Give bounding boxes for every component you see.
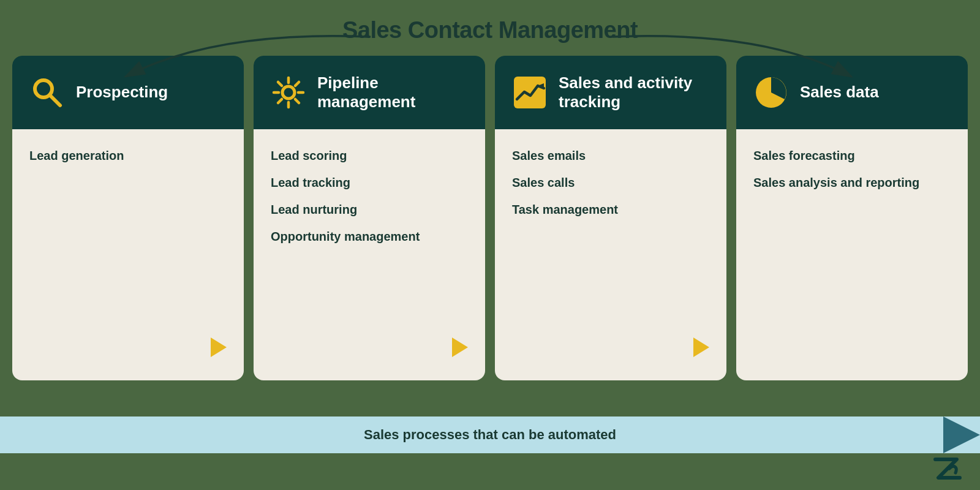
list-item: Lead generation xyxy=(29,148,227,164)
card-body-sales-data: Sales forecasting Sales analysis and rep… xyxy=(736,129,968,380)
main-container: Sales Contact Management xyxy=(0,0,980,490)
card-sales-tracking: Sales and activity tracking Sales emails… xyxy=(495,56,726,380)
pie-icon xyxy=(753,75,789,110)
cards-row: Prospecting Lead generation xyxy=(0,56,980,380)
search-icon xyxy=(29,75,65,110)
list-item: Lead tracking xyxy=(271,175,468,190)
card-title-pipeline: Pipeline management xyxy=(317,74,468,111)
card-pipeline: Pipeline management Lead scoring Lead tr… xyxy=(254,56,485,380)
list-item: Opportunity management xyxy=(271,228,468,244)
list-item: Lead nurturing xyxy=(271,202,468,217)
card-prospecting: Prospecting Lead generation xyxy=(12,56,244,380)
banner-arrow-icon xyxy=(943,417,980,453)
banner-text: Sales processes that can be automated xyxy=(364,427,616,443)
svg-line-9 xyxy=(278,82,282,86)
svg-line-3 xyxy=(50,95,60,105)
svg-point-4 xyxy=(282,86,295,99)
list-item: Sales calls xyxy=(512,175,709,190)
bottom-banner: Sales processes that can be automated xyxy=(0,417,980,453)
card-header-prospecting: Prospecting xyxy=(12,56,244,129)
list-item: Sales forecasting xyxy=(753,148,951,164)
list-item: Task management xyxy=(512,202,709,217)
card-header-sales-tracking: Sales and activity tracking xyxy=(495,56,726,129)
card-title-sales-data: Sales data xyxy=(800,83,879,102)
list-item: Sales emails xyxy=(512,148,709,164)
arrow-indicator-pipeline xyxy=(452,337,468,357)
list-item: Sales analysis and reporting xyxy=(753,175,951,190)
arrow-indicator-prospecting xyxy=(211,337,227,357)
svg-line-12 xyxy=(278,99,282,103)
card-body-prospecting: Lead generation xyxy=(12,129,244,380)
chart-icon xyxy=(512,75,548,110)
card-title-sales-tracking: Sales and activity tracking xyxy=(559,74,709,111)
page-title: Sales Contact Management xyxy=(342,17,638,43)
svg-rect-13 xyxy=(514,77,546,108)
list-item: Lead scoring xyxy=(271,148,468,164)
svg-marker-15 xyxy=(943,417,980,453)
card-body-pipeline: Lead scoring Lead tracking Lead nurturin… xyxy=(254,129,485,380)
title-section: Sales Contact Management xyxy=(0,0,980,50)
svg-line-10 xyxy=(295,99,299,103)
card-sales-data: Sales data Sales forecasting Sales analy… xyxy=(736,56,968,380)
svg-line-11 xyxy=(295,82,299,86)
card-body-sales-tracking: Sales emails Sales calls Task management xyxy=(495,129,726,380)
card-header-sales-data: Sales data xyxy=(736,56,968,129)
zendesk-logo xyxy=(932,453,963,484)
card-title-prospecting: Prospecting xyxy=(76,83,168,102)
gear-icon xyxy=(271,75,306,110)
card-header-pipeline: Pipeline management xyxy=(254,56,485,129)
arrow-indicator-sales-tracking xyxy=(693,337,709,357)
